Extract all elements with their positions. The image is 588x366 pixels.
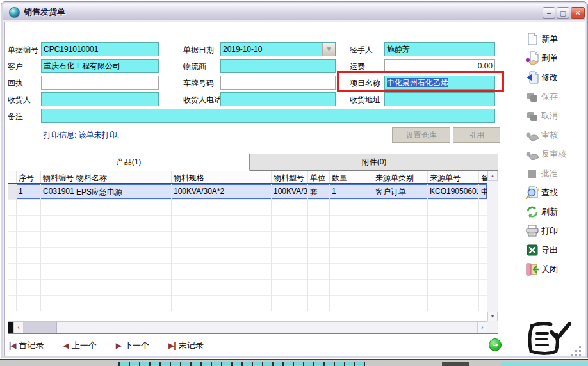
screen: 销售发货单 – ▢ ✕ 单据编号 CPC191010001 单据日期 2019-… <box>0 0 588 366</box>
sidebar-button-audit: 审核 <box>525 128 585 142</box>
remark-label: 备注 <box>8 111 23 122</box>
project-selected-text: 中化泉州石化乙烯 <box>387 78 448 87</box>
consignee-phone-field[interactable] <box>220 92 336 106</box>
logistics-field[interactable] <box>220 59 336 73</box>
handler-field[interactable]: 施静芳 <box>384 42 495 56</box>
delivery-address-field[interactable] <box>384 92 495 106</box>
sidebar-button-label: 打印 <box>541 225 558 237</box>
sidebar-button-label: 删单 <box>541 52 558 64</box>
next-record-icon: ▶ <box>116 341 121 350</box>
sidebar-button-cancel: 取消 <box>525 109 585 123</box>
items-table: 序号物料编号物料名称物料规格物料型号单位数量来源单类别来源单号备注 1C0319… <box>8 170 498 334</box>
date-dropdown-icon[interactable]: ▼ <box>322 43 335 56</box>
unaudit-icon <box>525 147 539 161</box>
table-header-row: 序号物料编号物料名称物料规格物料型号单位数量来源单类别来源单号备注 <box>8 171 487 184</box>
table-cell: EPS应急电源 <box>74 184 172 200</box>
first-record-icon: |◀ <box>9 341 16 350</box>
table-cell: KCO19050601 <box>428 184 479 200</box>
export-icon <box>525 243 539 257</box>
customer-field[interactable]: 重庆石化工程有限公司 <box>41 59 159 73</box>
empty-row <box>8 264 487 280</box>
receipt-field[interactable] <box>41 76 159 90</box>
doc-no-label: 单据编号 <box>8 45 38 56</box>
sidebar-button-close-app[interactable]: 关闭 <box>525 262 585 276</box>
delivery-address-label: 收货地址 <box>350 95 380 106</box>
column-header[interactable]: 来源单类别 <box>373 171 428 183</box>
sidebar-button-delete-doc[interactable]: 删单 <box>525 51 585 65</box>
sidebar-button-label: 查找 <box>541 187 558 198</box>
column-header[interactable]: 物料规格 <box>172 171 272 183</box>
scroll-left-icon[interactable]: ‹ <box>13 322 24 333</box>
scroll-down-icon[interactable]: ▼ <box>487 312 498 322</box>
maximize-button[interactable]: ▢ <box>557 7 569 19</box>
table-cell: 100KVA/30A*2 <box>272 184 308 200</box>
prev-record-icon: ◀ <box>63 341 69 350</box>
title-bar[interactable]: 销售发货单 <box>3 4 585 20</box>
consignee-field[interactable] <box>41 92 159 106</box>
consignee-phone-label: 收货人电话 <box>183 95 222 106</box>
nav-prev-record[interactable]: ◀上一个 <box>63 340 97 351</box>
scroll-up-icon[interactable]: ▲ <box>487 171 498 181</box>
last-record-icon: ▶| <box>168 341 176 350</box>
column-header[interactable]: 序号 <box>17 171 41 183</box>
sidebar-button-save: 保存 <box>525 90 585 104</box>
close-app-icon <box>525 262 539 276</box>
reference-button: 引用 <box>453 127 500 143</box>
table-cell: 套 <box>308 184 330 200</box>
plate-no-field[interactable] <box>220 76 336 90</box>
sidebar-button-print[interactable]: 打印 <box>525 224 585 238</box>
hscroll-thumb[interactable] <box>24 322 57 333</box>
tab-products[interactable]: 产品(1) <box>8 154 250 171</box>
set-warehouse-button: 设置仓库 <box>392 127 450 143</box>
table-cell <box>8 184 17 200</box>
empty-row <box>8 296 487 311</box>
delete-doc-icon <box>525 51 539 65</box>
scrollbar-corner <box>487 321 498 333</box>
table-cell: 客户订单 <box>373 184 428 200</box>
sidebar-button-label: 导出 <box>541 244 558 256</box>
sidebar-button-unaudit: 反审核 <box>525 147 585 161</box>
doc-no-field[interactable]: CPC191010001 <box>41 42 159 56</box>
minimize-button[interactable]: – <box>543 7 555 19</box>
remark-field[interactable] <box>41 109 495 123</box>
sidebar-button-search[interactable]: 查找 <box>525 186 585 200</box>
column-header[interactable]: 数量 <box>330 171 373 183</box>
empty-row <box>8 232 487 248</box>
doc-date-label: 单据日期 <box>183 45 214 56</box>
sidebar-button-label: 刷新 <box>541 206 558 218</box>
table-cell: 1 <box>17 184 41 200</box>
freight-field[interactable]: 0.00 <box>384 59 495 73</box>
sidebar-button-refresh[interactable]: 刷新 <box>525 205 585 219</box>
empty-row <box>8 200 487 216</box>
nav-last-record[interactable]: ▶|末记录 <box>168 340 204 351</box>
sidebar-button-new-doc[interactable]: 新单 <box>525 32 585 46</box>
save-icon <box>525 90 539 104</box>
project-field[interactable]: 中化泉州石化乙烯 <box>384 76 495 90</box>
tab-attachments[interactable]: 附件(0) <box>250 154 498 171</box>
sidebar-button-label: 审核 <box>541 129 558 141</box>
column-header[interactable]: 物料型号 <box>272 171 308 183</box>
sidebar-button-edit-doc[interactable]: 修改 <box>525 70 585 84</box>
empty-row <box>8 248 487 264</box>
column-header[interactable]: 物料名称 <box>74 171 172 183</box>
print-icon <box>525 224 539 238</box>
sidebar-button-label: 批准 <box>541 168 558 179</box>
column-header[interactable]: 备注 <box>479 171 487 183</box>
column-header[interactable]: 物料编号 <box>41 171 74 183</box>
nav-first-record[interactable]: |◀首记录 <box>9 340 44 351</box>
sidebar-button-export[interactable]: 导出 <box>525 243 585 257</box>
nav-next-record[interactable]: ▶下一个 <box>116 340 149 351</box>
table-row[interactable]: 1C0319013EPS应急电源100KVA/30A*2100KVA/30A*2… <box>8 184 487 200</box>
column-header[interactable]: 来源单号 <box>428 171 479 183</box>
column-header[interactable] <box>8 171 17 183</box>
empty-row <box>8 216 487 232</box>
doc-date-field[interactable]: 2019-10-10 ▼ <box>220 42 336 56</box>
customer-label: 客户 <box>8 61 23 72</box>
refresh-icon <box>525 205 539 219</box>
resize-grip[interactable] <box>572 347 582 357</box>
close-button[interactable]: ✕ <box>571 7 585 19</box>
scroll-right-icon[interactable]: › <box>477 322 487 333</box>
column-header[interactable]: 单位 <box>308 171 330 183</box>
horizontal-scrollbar[interactable]: ‹ › <box>8 321 487 333</box>
vertical-scrollbar[interactable]: ▲ ▼ <box>487 171 498 322</box>
